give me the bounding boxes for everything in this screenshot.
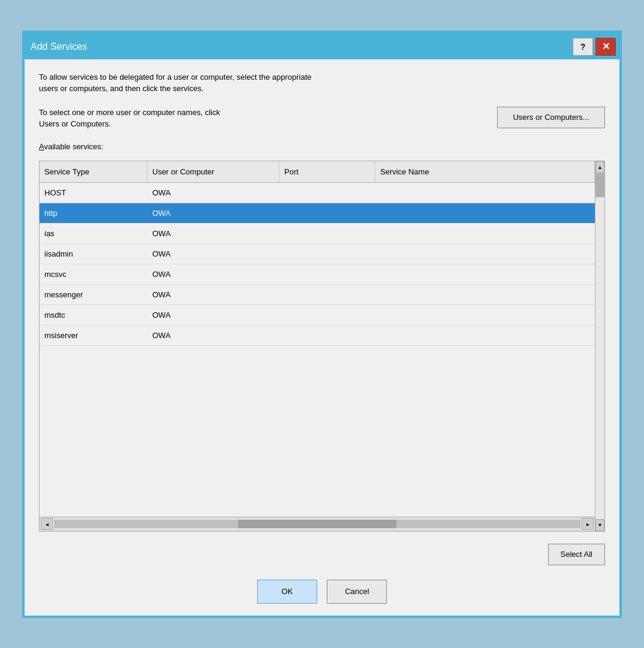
- cell-service-name: [375, 183, 595, 203]
- cell-service-name: [375, 325, 595, 345]
- ok-button[interactable]: OK: [257, 580, 318, 604]
- cell-service-name: [375, 305, 595, 325]
- cell-user-computer: OWA: [148, 305, 279, 325]
- table-row[interactable]: msiserverOWA: [40, 325, 595, 346]
- cell-user-computer: OWA: [148, 264, 279, 284]
- cell-service-type: iisadmin: [40, 244, 148, 264]
- cell-user-computer: OWA: [148, 183, 279, 203]
- select-all-row: Select All: [39, 544, 605, 565]
- cell-user-computer: OWA: [148, 325, 279, 345]
- ok-cancel-row: OK Cancel: [39, 580, 605, 604]
- description: To allow services to be delegated for a …: [39, 71, 605, 95]
- horizontal-scrollbar[interactable]: ◂ ▸: [40, 517, 595, 531]
- cell-service-type: HOST: [40, 183, 148, 203]
- title-bar-buttons: ? ✕: [573, 38, 616, 56]
- description-line2: users or computers, and then click the s…: [39, 84, 204, 93]
- vertical-scrollbar[interactable]: ▴ ▾: [595, 161, 604, 531]
- cell-service-type: msiserver: [40, 325, 148, 345]
- scroll-left-arrow[interactable]: ◂: [41, 518, 53, 530]
- header-service-name: Service Name: [375, 161, 595, 182]
- users-or-computers-text1: To select one or more user or computer n…: [39, 108, 220, 117]
- v-scroll-thumb: [595, 173, 604, 197]
- cell-service-type: ias: [40, 224, 148, 243]
- cell-user-computer: OWA: [148, 224, 279, 243]
- users-or-computers-row: To select one or more user or computer n…: [39, 107, 605, 130]
- header-service-type: Service Type: [40, 161, 148, 182]
- users-or-computers-button[interactable]: Users or Computers...: [497, 107, 605, 128]
- table-row[interactable]: messengerOWA: [40, 285, 595, 305]
- cell-port: [279, 264, 375, 284]
- cell-service-name: [375, 285, 595, 305]
- header-port: Port: [279, 161, 375, 182]
- scroll-up-arrow[interactable]: ▴: [595, 161, 604, 173]
- services-table-container: Service Type User or Computer Port Servi…: [39, 161, 605, 532]
- scroll-track[interactable]: [54, 520, 580, 528]
- table-row[interactable]: msdtcOWA: [40, 305, 595, 325]
- users-or-computers-description: To select one or more user or computer n…: [39, 107, 487, 130]
- available-services-text: vailable services:: [44, 142, 103, 151]
- cell-port: [279, 203, 375, 223]
- table-row[interactable]: httpOWA: [40, 203, 595, 224]
- users-or-computers-text2: Users or Computers.: [39, 119, 111, 128]
- cell-service-type: msdtc: [40, 305, 148, 325]
- cell-service-type: messenger: [40, 285, 148, 305]
- scroll-right-arrow[interactable]: ▸: [582, 518, 594, 530]
- dialog: Add Services ? ✕ To allow services to be…: [22, 31, 622, 618]
- cell-user-computer: OWA: [148, 203, 279, 223]
- scroll-thumb: [238, 520, 396, 528]
- table-row[interactable]: iisadminOWA: [40, 244, 595, 264]
- dialog-title: Add Services: [31, 41, 87, 52]
- cell-service-name: [375, 244, 595, 264]
- v-scroll-track[interactable]: [595, 173, 604, 519]
- header-user-computer: User or Computer: [148, 161, 279, 182]
- cell-user-computer: OWA: [148, 244, 279, 264]
- scroll-down-arrow[interactable]: ▾: [595, 519, 604, 531]
- cell-port: [279, 244, 375, 264]
- dialog-body: To allow services to be delegated for a …: [25, 59, 619, 616]
- close-button[interactable]: ✕: [595, 38, 616, 56]
- cell-port: [279, 325, 375, 345]
- cancel-button[interactable]: Cancel: [327, 580, 387, 604]
- table-row[interactable]: iasOWA: [40, 224, 595, 244]
- title-bar: Add Services ? ✕: [25, 33, 619, 59]
- cell-port: [279, 285, 375, 305]
- cell-user-computer: OWA: [148, 285, 279, 305]
- cell-service-name: [375, 203, 595, 223]
- available-services-label: Available services:: [39, 142, 605, 151]
- select-all-button[interactable]: Select All: [548, 544, 605, 565]
- cell-service-type: mcsvc: [40, 264, 148, 284]
- cell-port: [279, 183, 375, 203]
- table-header: Service Type User or Computer Port Servi…: [40, 161, 595, 183]
- table-row[interactable]: mcsvcOWA: [40, 264, 595, 285]
- cell-port: [279, 305, 375, 325]
- cell-service-type: http: [40, 203, 148, 223]
- table-body[interactable]: HOSTOWAhttpOWAiasOWAiisadminOWAmcsvcOWAm…: [40, 183, 595, 517]
- cell-service-name: [375, 224, 595, 243]
- table-main: Service Type User or Computer Port Servi…: [40, 161, 595, 531]
- help-button[interactable]: ?: [573, 38, 593, 56]
- cell-port: [279, 224, 375, 243]
- cell-service-name: [375, 264, 595, 284]
- description-line1: To allow services to be delegated for a …: [39, 73, 312, 82]
- table-row[interactable]: HOSTOWA: [40, 183, 595, 203]
